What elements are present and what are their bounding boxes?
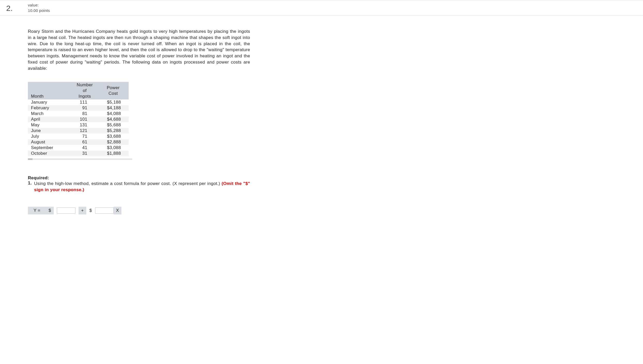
col-header-ingots-l1: Number of bbox=[77, 82, 93, 93]
formula-y-label: Y = bbox=[28, 207, 46, 214]
cell-cost: $3,088 bbox=[98, 145, 129, 151]
cell-month: July bbox=[28, 134, 72, 139]
question-meta: value: 10.00 points bbox=[28, 3, 50, 13]
col-header-cost: PowerCost bbox=[98, 82, 129, 99]
cell-cost: $4,188 bbox=[98, 105, 129, 111]
cell-month: September bbox=[28, 145, 72, 151]
table-row: February91$4,188 bbox=[28, 105, 129, 111]
cell-ingots: 71 bbox=[72, 134, 98, 139]
cell-ingots: 61 bbox=[72, 139, 98, 145]
cell-cost: $5,288 bbox=[98, 128, 129, 134]
table-row: August61$2,888 bbox=[28, 139, 129, 145]
table-body: January111$5,188 February91$4,188 March8… bbox=[28, 99, 129, 156]
formula-x-label: X bbox=[114, 207, 121, 214]
required-item-text: Using the high-low method, estimate a co… bbox=[34, 181, 250, 193]
cell-cost: $1,888 bbox=[98, 151, 129, 156]
formula-variable-cost-input[interactable] bbox=[95, 207, 114, 214]
question-content: Roary Storm and the Hurricanes Company h… bbox=[28, 28, 250, 214]
question-number: 2. bbox=[0, 3, 28, 12]
table-row: March81$4,088 bbox=[28, 111, 129, 117]
col-header-ingots: Number ofIngots bbox=[72, 82, 98, 99]
table-row: January111$5,188 bbox=[28, 99, 129, 105]
cell-ingots: 81 bbox=[72, 111, 98, 117]
question-header: 2. value: 10.00 points bbox=[0, 0, 643, 16]
question-container: 2. value: 10.00 points Roary Storm and t… bbox=[0, 0, 643, 214]
formula-row: Y = $ + $ X bbox=[28, 207, 121, 214]
cell-cost: $5,688 bbox=[98, 122, 129, 128]
required-label: Required: bbox=[28, 175, 250, 181]
cell-month: October bbox=[28, 151, 72, 156]
table-row: April101$4,688 bbox=[28, 117, 129, 122]
formula-input-wrap-2 bbox=[95, 207, 114, 214]
cell-cost: $2,888 bbox=[98, 139, 129, 145]
required-block: Required: 1. Using the high-low method, … bbox=[28, 175, 250, 193]
col-header-cost-l2: Cost bbox=[109, 91, 118, 96]
cell-ingots: 91 bbox=[72, 105, 98, 111]
required-item-number: 1. bbox=[28, 181, 34, 193]
cell-ingots: 101 bbox=[72, 117, 98, 122]
formula-dollar-1: $ bbox=[46, 207, 54, 214]
table-row: July71$3,688 bbox=[28, 134, 129, 139]
table-row: September41$3,088 bbox=[28, 145, 129, 151]
cell-cost: $4,688 bbox=[98, 117, 129, 122]
cell-month: June bbox=[28, 128, 72, 134]
cell-month: February bbox=[28, 105, 72, 111]
col-header-month-text: Month bbox=[31, 94, 44, 99]
cell-ingots: 111 bbox=[72, 99, 98, 105]
cell-month: August bbox=[28, 139, 72, 145]
table-row: October31$1,888 bbox=[28, 151, 129, 156]
col-header-cost-l1: Power bbox=[107, 85, 120, 90]
horizontal-scrollbar[interactable] bbox=[28, 158, 132, 160]
table-row: June121$5,288 bbox=[28, 128, 129, 134]
cell-ingots: 121 bbox=[72, 128, 98, 134]
cell-month: May bbox=[28, 122, 72, 128]
formula-dollar-2-wrap: $ bbox=[86, 207, 95, 214]
cell-month: January bbox=[28, 99, 72, 105]
table-row: May131$5,688 bbox=[28, 122, 129, 128]
required-item: 1. Using the high-low method, estimate a… bbox=[28, 181, 250, 193]
col-header-ingots-l2: Ingots bbox=[79, 94, 91, 99]
points-value: 10.00 points bbox=[28, 8, 50, 13]
required-list: 1. Using the high-low method, estimate a… bbox=[28, 181, 250, 193]
col-header-month: Month bbox=[28, 82, 72, 99]
problem-paragraph: Roary Storm and the Hurricanes Company h… bbox=[28, 28, 250, 72]
formula-plus: + bbox=[79, 207, 86, 214]
cell-cost: $4,088 bbox=[98, 111, 129, 117]
cell-ingots: 41 bbox=[72, 145, 98, 151]
cell-ingots: 31 bbox=[72, 151, 98, 156]
table-header-row: Month Number ofIngots PowerCost bbox=[28, 82, 129, 99]
horizontal-scrollbar-thumb[interactable] bbox=[28, 158, 33, 160]
formula-dollar-2: $ bbox=[89, 208, 92, 213]
formula-fixed-cost-input[interactable] bbox=[57, 207, 75, 214]
cell-month: March bbox=[28, 111, 72, 117]
cell-cost: $3,688 bbox=[98, 134, 129, 139]
required-text-main: Using the high-low method, estimate a co… bbox=[34, 181, 222, 186]
value-label: value: bbox=[28, 3, 50, 7]
cell-cost: $5,188 bbox=[98, 99, 129, 105]
cell-month: April bbox=[28, 117, 72, 122]
cell-ingots: 131 bbox=[72, 122, 98, 128]
formula-input-wrap-1 bbox=[54, 207, 79, 214]
data-table: Month Number ofIngots PowerCost January1… bbox=[28, 82, 129, 156]
